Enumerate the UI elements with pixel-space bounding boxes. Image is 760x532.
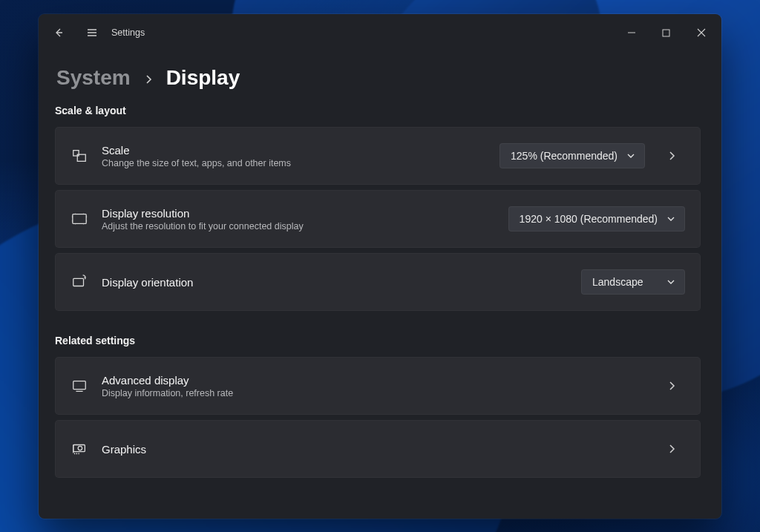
breadcrumb-current: Display <box>166 66 240 90</box>
arrow-left-icon <box>53 27 65 39</box>
hamburger-icon <box>86 27 98 39</box>
svg-rect-1 <box>73 151 79 156</box>
svg-rect-5 <box>73 381 86 390</box>
breadcrumb: System Display <box>56 66 701 90</box>
section-title-scale-layout: Scale & layout <box>55 105 701 116</box>
resolution-icon <box>71 210 88 228</box>
advanced-display-desc: Display information, refresh rate <box>102 388 645 398</box>
scale-dropdown[interactable]: 125% (Recommended) <box>499 143 645 168</box>
chevron-down-icon <box>666 278 675 286</box>
svg-rect-3 <box>73 214 86 224</box>
section-title-related: Related settings <box>55 335 701 347</box>
monitor-icon <box>71 377 88 395</box>
advanced-display-title: Advanced display <box>102 374 645 387</box>
chevron-right-icon <box>144 74 153 85</box>
scale-icon <box>71 147 88 165</box>
svg-point-7 <box>78 446 82 450</box>
close-button[interactable] <box>684 18 718 47</box>
orientation-icon <box>71 273 88 291</box>
setting-scale-card: Scale Change the size of text, apps, and… <box>55 127 701 185</box>
close-icon <box>697 28 706 37</box>
gpu-icon <box>71 440 88 458</box>
chevron-right-icon <box>667 151 676 161</box>
orientation-dropdown-value: Landscape <box>592 276 643 288</box>
resolution-dropdown[interactable]: 1920 × 1080 (Recommended) <box>508 206 685 231</box>
graphics-card[interactable]: Graphics <box>55 420 701 478</box>
back-button[interactable] <box>42 18 75 47</box>
maximize-button[interactable] <box>649 18 684 47</box>
setting-resolution-desc: Adjust the resolution to fit your connec… <box>102 221 495 231</box>
graphics-open[interactable] <box>658 444 685 454</box>
setting-scale-desc: Change the size of text, apps, and other… <box>102 158 486 168</box>
svg-rect-6 <box>73 445 85 452</box>
setting-resolution-card: Display resolution Adjust the resolution… <box>55 190 701 248</box>
app-title: Settings <box>111 27 145 38</box>
minimize-icon <box>627 28 636 37</box>
minimize-button[interactable] <box>614 18 649 47</box>
scale-expand-button[interactable] <box>658 151 685 161</box>
chevron-right-icon <box>667 381 676 391</box>
titlebar: Settings <box>39 14 721 51</box>
chevron-right-icon <box>667 444 676 454</box>
advanced-display-open[interactable] <box>658 381 685 391</box>
setting-orientation-card: Display orientation Landscape <box>55 253 701 311</box>
orientation-dropdown[interactable]: Landscape <box>581 269 685 295</box>
setting-scale-title: Scale <box>102 144 486 157</box>
settings-window: Settings System Display Scale & layout <box>39 14 721 519</box>
nav-menu-button[interactable] <box>75 18 108 47</box>
chevron-down-icon <box>666 214 675 223</box>
breadcrumb-prev[interactable]: System <box>56 66 131 90</box>
setting-orientation-title: Display orientation <box>102 276 568 289</box>
content-scroll[interactable]: System Display Scale & layout Scale Chan… <box>39 51 721 519</box>
advanced-display-card[interactable]: Advanced display Display information, re… <box>55 357 701 415</box>
maximize-icon <box>662 29 670 37</box>
svg-rect-4 <box>73 278 84 286</box>
svg-rect-0 <box>663 30 669 36</box>
chevron-down-icon <box>626 151 635 160</box>
resolution-dropdown-value: 1920 × 1080 (Recommended) <box>520 213 658 225</box>
graphics-title: Graphics <box>102 443 645 456</box>
setting-resolution-title: Display resolution <box>102 207 495 220</box>
scale-dropdown-value: 125% (Recommended) <box>511 150 618 162</box>
